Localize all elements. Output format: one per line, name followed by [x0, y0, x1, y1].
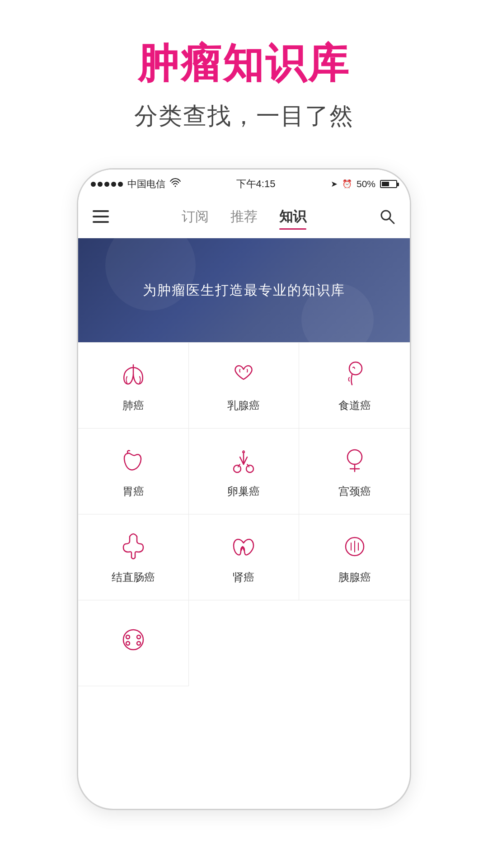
pancreas-label: 胰腺癌 — [338, 570, 371, 585]
lung-icon — [117, 359, 150, 391]
svg-rect-1 — [93, 210, 109, 212]
status-right: ➤ ⏰ 50% — [331, 179, 397, 189]
kidney-label: 肾癌 — [233, 570, 254, 585]
banner: 为肿瘤医生打造最专业的知识库 — [78, 238, 410, 342]
tab-knowledge[interactable]: 知识 — [279, 208, 306, 229]
svg-line-5 — [389, 219, 394, 223]
page-title-area: 肿瘤知识库 分类查找，一目了然 — [134, 36, 354, 132]
cervix-label: 宫颈癌 — [338, 484, 371, 499]
kidney-icon — [227, 530, 260, 563]
esophagus-label: 食道癌 — [338, 398, 371, 413]
svg-point-6 — [349, 362, 362, 375]
svg-point-13 — [137, 635, 141, 639]
colon-icon — [117, 530, 150, 563]
battery-fill — [382, 182, 389, 186]
page-subtitle: 分类查找，一目了然 — [134, 100, 354, 132]
signal-dot-5 — [118, 182, 123, 187]
status-left: 中国电信 — [91, 178, 181, 190]
lung-label: 肺癌 — [122, 398, 144, 413]
stomach-icon — [117, 444, 150, 477]
colon-label: 结直肠癌 — [112, 570, 155, 585]
category-other[interactable] — [78, 600, 189, 686]
category-esophagus[interactable]: 食道癌 — [299, 343, 410, 429]
carrier-label: 中国电信 — [127, 178, 165, 190]
phone-mockup: 中国电信 下午4:15 ➤ ⏰ 50% — [77, 168, 411, 810]
category-lung[interactable]: 肺癌 — [78, 343, 189, 429]
svg-point-8 — [246, 465, 253, 472]
category-pancreas[interactable]: 胰腺癌 — [299, 514, 410, 600]
svg-point-12 — [126, 635, 130, 639]
alarm-icon: ⏰ — [342, 179, 352, 189]
search-icon[interactable] — [374, 208, 395, 228]
nav-bar: 订阅 推荐 知识 — [78, 198, 410, 238]
signal-dots — [91, 182, 123, 187]
menu-icon[interactable] — [93, 210, 114, 226]
page-main-title: 肿瘤知识库 — [134, 36, 354, 91]
cervix-icon — [338, 444, 371, 477]
wifi-icon — [170, 178, 181, 190]
breast-label: 乳腺癌 — [227, 398, 260, 413]
signal-dot-2 — [98, 182, 103, 187]
svg-point-0 — [175, 186, 176, 187]
stomach-label: 胃癌 — [122, 484, 144, 499]
category-kidney[interactable]: 肾癌 — [189, 514, 300, 600]
signal-dot-4 — [111, 182, 116, 187]
status-bar: 中国电信 下午4:15 ➤ ⏰ 50% — [78, 170, 410, 198]
tab-subscribe[interactable]: 订阅 — [182, 208, 209, 229]
ovary-icon — [227, 444, 260, 477]
other-icon — [117, 623, 150, 656]
battery-bar — [380, 180, 397, 188]
tab-recommend[interactable]: 推荐 — [230, 208, 258, 229]
battery-label: 50% — [357, 179, 375, 189]
svg-rect-2 — [93, 216, 109, 217]
signal-dot-3 — [104, 182, 109, 187]
category-grid: 肺癌 乳腺癌 食道癌 — [78, 342, 410, 686]
category-cervix[interactable]: 宫颈癌 — [299, 429, 410, 514]
signal-dot-1 — [91, 182, 96, 187]
category-stomach[interactable]: 胃癌 — [78, 429, 189, 514]
svg-point-15 — [137, 642, 141, 645]
banner-text: 为肿瘤医生打造最专业的知识库 — [143, 281, 345, 300]
svg-point-11 — [123, 630, 143, 650]
svg-rect-3 — [93, 221, 109, 223]
breast-icon — [227, 359, 260, 391]
location-icon: ➤ — [331, 179, 338, 189]
svg-point-14 — [126, 642, 130, 645]
category-ovary[interactable]: 卵巢癌 — [189, 429, 300, 514]
pancreas-icon — [338, 530, 371, 563]
ovary-label: 卵巢癌 — [227, 484, 260, 499]
nav-tabs: 订阅 推荐 知识 — [182, 208, 306, 229]
esophagus-icon — [338, 359, 371, 391]
svg-point-9 — [347, 450, 362, 464]
status-time: 下午4:15 — [236, 177, 276, 191]
category-breast[interactable]: 乳腺癌 — [189, 343, 300, 429]
category-colon[interactable]: 结直肠癌 — [78, 514, 189, 600]
svg-point-7 — [234, 465, 241, 472]
